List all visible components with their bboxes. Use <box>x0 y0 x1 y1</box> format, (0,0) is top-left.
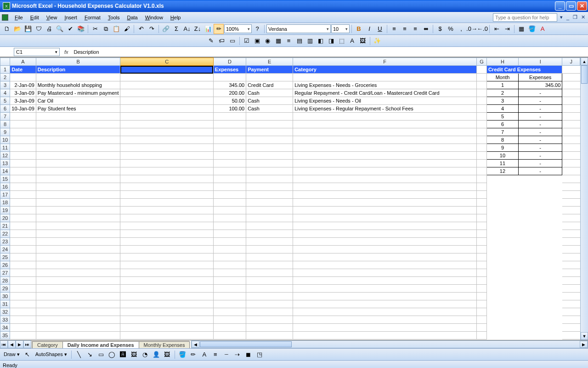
textbox-icon[interactable]: 🅰 <box>118 350 128 360</box>
cell[interactable]: - <box>519 152 562 160</box>
row-header[interactable]: 16 <box>0 183 10 191</box>
cell[interactable] <box>486 261 518 269</box>
cell[interactable] <box>562 238 580 246</box>
cell[interactable] <box>213 207 246 214</box>
cell[interactable] <box>10 167 36 175</box>
cell[interactable] <box>36 144 120 152</box>
cell[interactable] <box>120 316 213 324</box>
cell[interactable] <box>477 253 487 261</box>
cell[interactable] <box>36 191 120 199</box>
cell[interactable] <box>213 300 246 308</box>
cell[interactable] <box>477 160 487 167</box>
cell[interactable]: Date <box>10 66 36 74</box>
paste-icon[interactable]: 📋 <box>111 24 121 34</box>
cell[interactable] <box>477 261 487 269</box>
cell[interactable] <box>477 128 487 136</box>
cell[interactable] <box>293 74 477 81</box>
cell[interactable] <box>477 238 487 246</box>
cell[interactable] <box>213 199 246 207</box>
cell[interactable] <box>213 152 246 160</box>
cell[interactable] <box>120 199 213 207</box>
cell[interactable]: 5 <box>486 113 518 121</box>
cell[interactable] <box>246 199 293 207</box>
percent-icon[interactable]: % <box>446 24 456 34</box>
cell[interactable] <box>120 167 213 175</box>
scroll-up-icon[interactable]: ▲ <box>581 58 588 65</box>
cell[interactable] <box>120 300 213 308</box>
row-header[interactable]: 19 <box>0 207 10 214</box>
cell[interactable] <box>293 230 477 238</box>
undo-icon[interactable]: ↶ <box>136 24 146 34</box>
cell[interactable] <box>246 316 293 324</box>
cell[interactable] <box>120 128 213 136</box>
cell[interactable] <box>293 332 477 339</box>
cut-icon[interactable]: ✂ <box>90 24 100 34</box>
cell[interactable] <box>10 222 36 230</box>
cell[interactable] <box>519 269 562 277</box>
scroll-right-icon[interactable]: ▶ <box>580 341 588 348</box>
cell[interactable] <box>519 300 562 308</box>
decrease-decimal-icon[interactable]: ←.0 <box>477 24 487 34</box>
cell[interactable] <box>120 238 213 246</box>
cell[interactable] <box>36 113 120 121</box>
cell[interactable]: 10-Jan-09 <box>10 105 36 113</box>
cell[interactable] <box>477 74 487 81</box>
cell[interactable] <box>562 136 580 144</box>
cell[interactable] <box>486 214 518 222</box>
cell[interactable] <box>36 238 120 246</box>
cell[interactable] <box>477 136 487 144</box>
tool-icon[interactable]: 🏷 <box>217 36 227 46</box>
cell[interactable] <box>519 191 562 199</box>
doc-minimize-button[interactable]: _ <box>565 15 570 20</box>
cell[interactable] <box>213 230 246 238</box>
cell[interactable] <box>477 167 487 175</box>
cell[interactable] <box>36 308 120 316</box>
cell[interactable] <box>213 308 246 316</box>
cell[interactable] <box>486 238 518 246</box>
cell[interactable] <box>120 191 213 199</box>
cell[interactable] <box>36 269 120 277</box>
drawing-icon[interactable]: ✏ <box>214 24 224 34</box>
menu-tools[interactable]: Tools <box>104 13 124 22</box>
cell[interactable] <box>120 222 213 230</box>
row-header[interactable]: 21 <box>0 222 10 230</box>
cell[interactable] <box>213 238 246 246</box>
cell[interactable] <box>293 136 477 144</box>
cell[interactable] <box>10 293 36 300</box>
font-name-combo[interactable]: Verdana▾ <box>266 24 331 33</box>
column-header[interactable]: D <box>213 58 246 66</box>
cell[interactable] <box>10 214 36 222</box>
cell[interactable] <box>120 269 213 277</box>
cell[interactable] <box>246 207 293 214</box>
tool-icon[interactable]: ⬚ <box>337 36 347 46</box>
font-size-combo[interactable]: 10▾ <box>331 24 350 33</box>
cell[interactable] <box>120 183 213 191</box>
cell[interactable] <box>519 293 562 300</box>
row-header[interactable]: 10 <box>0 136 10 144</box>
cell[interactable]: Monthly household shopping <box>36 81 120 89</box>
cell[interactable] <box>562 207 580 214</box>
formula-value[interactable]: Description <box>72 49 101 55</box>
cell[interactable] <box>36 183 120 191</box>
doc-restore-button[interactable]: ❐ <box>572 14 578 20</box>
cell[interactable] <box>293 128 477 136</box>
cell[interactable] <box>246 253 293 261</box>
cell[interactable] <box>477 324 487 332</box>
cell[interactable] <box>486 332 518 339</box>
cell[interactable] <box>477 293 487 300</box>
cell[interactable] <box>477 199 487 207</box>
cell[interactable] <box>293 269 477 277</box>
increase-decimal-icon[interactable]: .0→ <box>467 24 477 34</box>
menu-window[interactable]: Window <box>141 13 167 22</box>
cell[interactable] <box>519 238 562 246</box>
prev-sheet-icon[interactable]: ◀ <box>8 340 16 348</box>
cell[interactable] <box>562 97 580 105</box>
cell[interactable] <box>477 300 487 308</box>
cell[interactable] <box>562 332 580 339</box>
cell[interactable] <box>562 167 580 175</box>
cell[interactable] <box>246 175 293 183</box>
row-header[interactable]: 30 <box>0 293 10 300</box>
cell[interactable] <box>246 113 293 121</box>
cell[interactable]: 200.00 <box>213 89 246 97</box>
cell[interactable] <box>519 332 562 339</box>
